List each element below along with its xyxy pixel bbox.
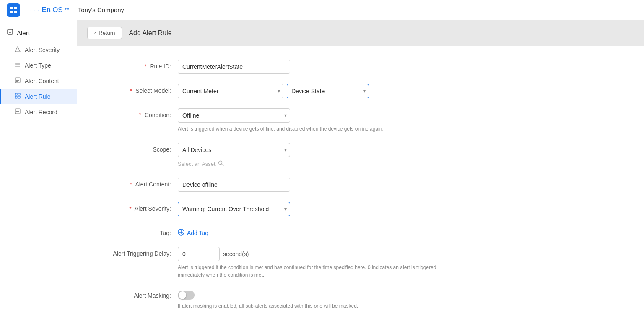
condition-select[interactable]: Offline [178,108,290,123]
svg-rect-10 [15,66,20,67]
model-select-wrapper: Current Meter [178,84,283,98]
triggering-delay-input[interactable] [178,247,220,261]
rule-id-row: * Rule ID: [94,60,627,74]
add-tag-label: Add Tag [187,230,208,236]
required-star: * [129,205,131,212]
condition-select-wrapper: Offline [178,108,290,123]
sidebar-item-label: Alert Rule [25,93,50,100]
return-button[interactable]: ‹ Return [87,27,122,39]
alert-content-control [178,178,438,192]
tag-row: Tag: Add Tag [94,226,627,237]
required-star: * [130,87,132,94]
sidebar-item-label: Alert Type [25,62,51,69]
plus-circle-icon [178,229,184,237]
sidebar-item-alert-type[interactable]: Alert Type [0,58,77,73]
alert-severity-icon [15,46,21,53]
sidebar-item-alert-severity[interactable]: Alert Severity [0,42,77,58]
page-title: Add Alert Rule [129,29,171,37]
scope-label: Scope: [94,143,178,153]
condition-label: * Condition: [94,108,178,118]
svg-rect-12 [16,79,19,79]
sidebar-header: Alert [0,24,77,42]
triggering-delay-hint: Alert is triggered if the condition is m… [178,264,438,279]
sidebar-item-alert-content[interactable]: Alert Content [0,73,77,89]
triggering-delay-row: Alert Triggering Delay: second(s) Alert … [94,247,627,279]
tag-control: Add Tag [178,226,438,237]
scope-select[interactable]: All Devices [178,143,290,157]
logo: · · · · EnOS™ [25,6,70,14]
svg-rect-14 [16,81,18,82]
triggering-delay-label: Alert Triggering Delay: [94,247,178,257]
svg-rect-17 [15,96,17,98]
alert-masking-row: Alert Masking: If alert masking is enabl… [94,289,627,309]
chevron-left-icon: ‹ [94,30,96,36]
alert-record-icon [15,108,21,115]
search-icon [218,160,224,168]
svg-rect-18 [18,96,20,98]
svg-line-24 [222,164,223,166]
svg-rect-4 [8,29,13,34]
alert-rule-icon [15,93,21,100]
alert-severity-row: * Alert Severity: Warning: Current Over … [94,202,627,216]
required-star: * [130,181,132,188]
alert-type-icon [15,62,21,69]
sidebar-item-label: Alert Severity [25,47,60,53]
select-asset-area[interactable]: Select an Asset [178,160,438,168]
company-name: Tony's Company [78,6,124,13]
main-content: ‹ Return Add Alert Rule * Rule ID: * [77,20,644,309]
scope-control: All Devices Select an Asset [178,143,438,168]
svg-rect-1 [14,7,17,9]
select-asset-label: Select an Asset [178,161,216,167]
scope-row: Scope: All Devices Select an Asset [94,143,627,168]
return-label: Return [99,30,115,36]
svg-point-23 [218,161,222,165]
alert-masking-control: If alert masking is enabled, all sub-ale… [178,289,438,309]
sidebar-alert-label: Alert [17,29,30,37]
sidebar: Alert Alert Severity Alert Type Alert Co… [0,20,77,309]
sidebar-item-label: Alert Content [25,78,59,84]
rule-id-input[interactable] [178,60,290,74]
svg-rect-3 [14,11,17,13]
svg-rect-2 [10,11,13,13]
svg-rect-9 [15,65,20,65]
alert-masking-toggle[interactable] [178,291,195,300]
sidebar-item-alert-record[interactable]: Alert Record [0,104,77,120]
select-model-label: * Select Model: [94,84,178,94]
svg-rect-8 [15,63,20,64]
alert-content-label: * Alert Content: [94,178,178,188]
alert-content-row: * Alert Content: [94,178,627,192]
svg-marker-7 [15,47,20,52]
select-model-control: Current Meter Device State [178,84,438,98]
svg-rect-21 [16,111,19,112]
required-star: * [144,63,146,70]
svg-rect-13 [16,80,19,81]
form-container: * Rule ID: * Select Model: C [77,46,644,309]
svg-rect-20 [16,110,19,110]
alert-masking-hint: If alert masking is enabled, all sub-ale… [178,302,438,309]
alert-severity-control: Warning: Current Over Threshold [178,202,438,216]
svg-rect-16 [18,93,20,95]
rule-id-control [178,60,438,74]
severity-select[interactable]: Warning: Current Over Threshold [178,202,290,216]
rule-id-label: * Rule ID: [94,60,178,70]
model2-select[interactable]: Device State [287,84,369,98]
svg-rect-0 [10,7,13,9]
triggering-delay-control: second(s) Alert is triggered if the cond… [178,247,438,279]
svg-rect-22 [16,113,18,113]
tag-label: Tag: [94,226,178,236]
toggle-knob [179,291,186,299]
model-select[interactable]: Current Meter [178,84,283,98]
add-tag-button[interactable]: Add Tag [178,229,438,237]
select-model-row: * Select Model: Current Meter Device Sta… [94,84,627,98]
alert-content-icon [15,77,21,84]
alert-severity-label: * Alert Severity: [94,202,178,212]
required-star: * [139,112,141,118]
alert-header-icon [7,29,13,37]
scope-select-wrapper: All Devices [178,143,290,157]
condition-row: * Condition: Offline Alert is triggered … [94,108,627,133]
condition-hint: Alert is triggered when a device gets of… [178,125,438,133]
svg-rect-15 [15,93,17,95]
grid-icon[interactable] [7,3,20,17]
sidebar-item-alert-rule[interactable]: Alert Rule [0,89,77,104]
alert-content-input[interactable] [178,178,290,192]
